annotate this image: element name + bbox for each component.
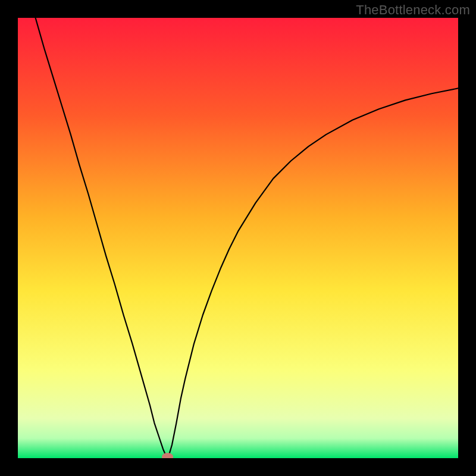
chart-plot bbox=[18, 18, 458, 458]
plot-background bbox=[18, 18, 458, 458]
watermark-text: TheBottleneck.com bbox=[356, 2, 470, 18]
chart-frame: TheBottleneck.com bbox=[0, 0, 476, 476]
